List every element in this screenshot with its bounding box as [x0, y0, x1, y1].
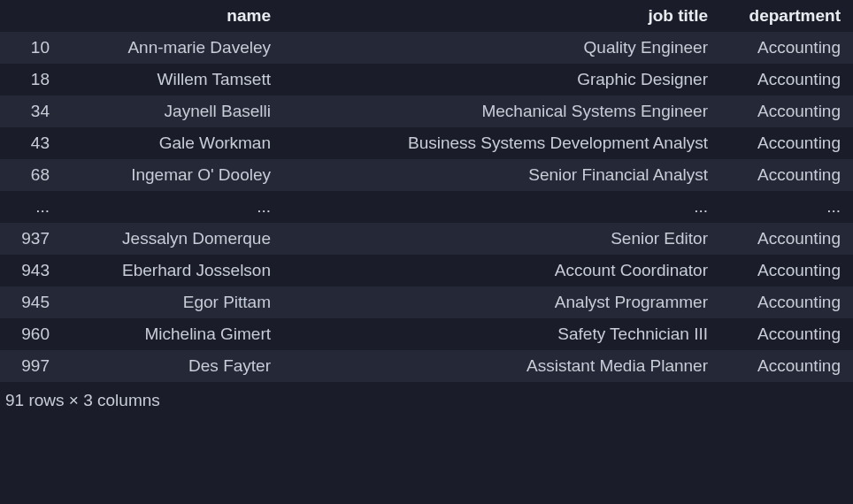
department-cell: Accounting [720, 318, 853, 350]
job-title-cell: Analyst Programmer [283, 286, 720, 318]
table-row: 960 Michelina Gimert Safety Technician I… [0, 318, 853, 350]
job-title-cell: Account Coordinator [283, 255, 720, 286]
department-cell: Accounting [720, 159, 853, 191]
department-cell: Accounting [720, 127, 853, 159]
table-row: 43 Gale Workman Business Systems Develop… [0, 127, 853, 159]
job-title-cell: Business Systems Development Analyst [283, 127, 720, 159]
name-cell: Jaynell Baselli [62, 95, 283, 127]
name-cell: Des Fayter [62, 350, 283, 382]
job-title-cell: Safety Technician III [283, 318, 720, 350]
name-cell: Ann-marie Daveley [62, 32, 283, 64]
job-title-cell: Graphic Designer [283, 64, 720, 95]
index-cell: 34 [0, 95, 62, 127]
index-header [0, 0, 62, 32]
ellipsis-row: ... ... ... ... [0, 191, 853, 223]
index-cell: 997 [0, 350, 62, 382]
table-row: 937 Jessalyn Domerque Senior Editor Acco… [0, 223, 853, 255]
department-cell: Accounting [720, 223, 853, 255]
ellipsis-cell: ... [283, 191, 720, 223]
table-row: 945 Egor Pittam Analyst Programmer Accou… [0, 286, 853, 318]
table-row: 10 Ann-marie Daveley Quality Engineer Ac… [0, 32, 853, 64]
job-title-cell: Quality Engineer [283, 32, 720, 64]
name-cell: Egor Pittam [62, 286, 283, 318]
name-cell: Eberhard Josselson [62, 255, 283, 286]
table-row: 68 Ingemar O' Dooley Senior Financial An… [0, 159, 853, 191]
ellipsis-cell: ... [0, 191, 62, 223]
department-cell: Accounting [720, 95, 853, 127]
name-cell: Jessalyn Domerque [62, 223, 283, 255]
department-cell: Accounting [720, 64, 853, 95]
department-header: department [720, 0, 853, 32]
job-title-cell: Senior Financial Analyst [283, 159, 720, 191]
dataframe-table: name job title department 10 Ann-marie D… [0, 0, 853, 382]
table-row: 18 Willem Tamsett Graphic Designer Accou… [0, 64, 853, 95]
name-cell: Gale Workman [62, 127, 283, 159]
job-title-header: job title [283, 0, 720, 32]
name-cell: Ingemar O' Dooley [62, 159, 283, 191]
ellipsis-cell: ... [720, 191, 853, 223]
name-cell: Michelina Gimert [62, 318, 283, 350]
index-cell: 43 [0, 127, 62, 159]
index-cell: 937 [0, 223, 62, 255]
table-header-row: name job title department [0, 0, 853, 32]
department-cell: Accounting [720, 32, 853, 64]
index-cell: 18 [0, 64, 62, 95]
ellipsis-cell: ... [62, 191, 283, 223]
table-body: 10 Ann-marie Daveley Quality Engineer Ac… [0, 32, 853, 382]
index-cell: 945 [0, 286, 62, 318]
job-title-cell: Assistant Media Planner [283, 350, 720, 382]
department-cell: Accounting [720, 350, 853, 382]
table-row: 943 Eberhard Josselson Account Coordinat… [0, 255, 853, 286]
index-cell: 960 [0, 318, 62, 350]
department-cell: Accounting [720, 286, 853, 318]
department-cell: Accounting [720, 255, 853, 286]
table-row: 34 Jaynell Baselli Mechanical Systems En… [0, 95, 853, 127]
name-header: name [62, 0, 283, 32]
index-cell: 943 [0, 255, 62, 286]
table-row: 997 Des Fayter Assistant Media Planner A… [0, 350, 853, 382]
job-title-cell: Senior Editor [283, 223, 720, 255]
job-title-cell: Mechanical Systems Engineer [283, 95, 720, 127]
index-cell: 10 [0, 32, 62, 64]
name-cell: Willem Tamsett [62, 64, 283, 95]
index-cell: 68 [0, 159, 62, 191]
dataframe-shape-footer: 91 rows × 3 columns [0, 382, 853, 419]
